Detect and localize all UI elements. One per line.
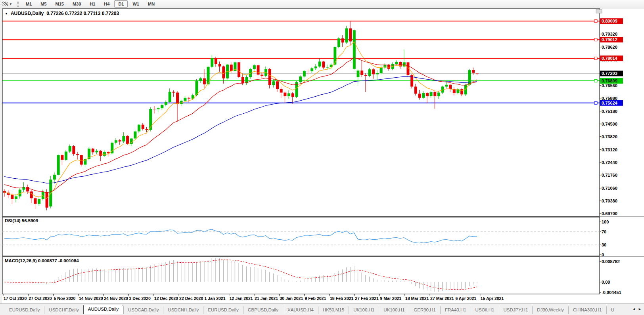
chart-tab-eurusd-daily[interactable]: EURUSD,Daily bbox=[5, 306, 44, 314]
date-tick-label: 18 Feb 2021 bbox=[330, 296, 354, 301]
chart-tab-fra40-h1[interactable]: FRA40,H1 bbox=[440, 306, 471, 314]
toolbar-drag-handle[interactable] bbox=[17, 1, 19, 7]
chart-ohlc-values: 0.77226 0.77232 0.77113 0.77203 bbox=[46, 11, 119, 16]
macd-tick-label: 0.008782 bbox=[602, 259, 620, 264]
chart-tab-ger30-h1[interactable]: GER30,H1 bbox=[409, 306, 440, 314]
macd-tick-label: 0.00 bbox=[602, 280, 610, 284]
date-tick-label: 5 Nov 2020 bbox=[54, 296, 76, 301]
chart-tab-uk100-h1[interactable]: UK100,H1 bbox=[349, 306, 379, 314]
timeframe-button-d1[interactable]: D1 bbox=[114, 0, 128, 8]
date-tick-label: 21 Jan 2021 bbox=[255, 296, 278, 301]
timeframe-button-m5[interactable]: M5 bbox=[36, 0, 50, 8]
date-tick-label: 30 Jan 2021 bbox=[280, 296, 303, 301]
date-tick-label: 24 Nov 2020 bbox=[104, 296, 128, 301]
date-tick-label: 12 Dec 2020 bbox=[154, 296, 178, 301]
chart-tab-usdjpy-h1[interactable]: USDJPY,H1 bbox=[499, 306, 533, 314]
date-tick-label: 3 Dec 2020 bbox=[129, 296, 151, 301]
price-tick-label: 0.79320 bbox=[602, 32, 617, 36]
timeframe-toolbar: ▼ M1M5M15M30H1H4D1W1MN bbox=[0, 0, 644, 8]
price-tick-label: 0.73820 bbox=[602, 134, 617, 139]
rsi-tick-label: 100 bbox=[602, 220, 609, 224]
chart-tab-bar: EURUSD,DailyUSDCHF,DailyAUDUSD,DailyUSDC… bbox=[0, 304, 644, 314]
price-level-badge-label: 0.76809 bbox=[602, 78, 617, 83]
price-tick-label: 0.71060 bbox=[602, 186, 617, 191]
date-tick-label: 27 Feb 2021 bbox=[355, 296, 379, 301]
current-price-badge-label: 0.77203 bbox=[602, 71, 617, 76]
price-level-badge-label: 0.75624 bbox=[602, 101, 618, 105]
price-tick-label: 0.75880 bbox=[602, 96, 617, 101]
price-tick-label: 0.70380 bbox=[602, 199, 617, 203]
line-tool-icon[interactable] bbox=[2, 1, 8, 7]
timeframe-button-m15[interactable]: M15 bbox=[51, 0, 67, 8]
rsi-tick-label: 30 bbox=[602, 242, 606, 247]
level-line-anchor-3[interactable] bbox=[594, 79, 597, 82]
timeframe-button-m1[interactable]: M1 bbox=[22, 0, 36, 8]
tab-scroll-left-icon[interactable]: ◄ bbox=[632, 307, 636, 311]
date-tick-label: 27 Oct 2020 bbox=[29, 296, 52, 301]
tab-scroll-right-icon[interactable]: ► bbox=[638, 307, 642, 311]
macd-tick-label: -0.004451 bbox=[602, 290, 621, 295]
price-tick-label: 0.74500 bbox=[602, 122, 617, 126]
title-collapse-icon[interactable]: ▼ bbox=[5, 12, 8, 15]
date-tick-label: 12 Jan 2021 bbox=[230, 296, 253, 301]
price-level-badge-label: 0.80009 bbox=[602, 19, 617, 23]
chart-symbol-label: AUDUSD,Daily bbox=[11, 11, 44, 16]
chart-tab-usdcnh-daily[interactable]: USDCNH,Daily bbox=[163, 306, 203, 314]
date-tick-label: 14 Nov 2020 bbox=[79, 296, 103, 301]
date-tick-label: 9 Mar 2021 bbox=[380, 296, 402, 301]
price-tick-label: 0.71760 bbox=[602, 173, 617, 178]
chart-tab-dj30-weekly[interactable]: DJ30,Weekly bbox=[532, 306, 568, 314]
chart-tab-audusd-daily[interactable]: AUDUSD,Daily bbox=[83, 305, 123, 314]
chart-tab-usdchf-daily[interactable]: USDCHF,Daily bbox=[44, 306, 83, 314]
rsi-tick-label: 0 bbox=[602, 252, 604, 257]
rsi-indicator-label: RSI(14) 56.5909 bbox=[5, 218, 38, 223]
price-tick-label: 0.72440 bbox=[602, 160, 617, 165]
date-tick-label: 9 Feb 2021 bbox=[305, 296, 326, 301]
level-line-anchor-2[interactable] bbox=[594, 57, 597, 60]
chart-tab-xauusd-h4[interactable]: XAUUSD,H4 bbox=[283, 306, 318, 314]
date-tick-label: 1 Jan 2021 bbox=[204, 296, 225, 301]
chart-tab-china300-h1[interactable]: CHINA300,H1 bbox=[568, 306, 606, 314]
price-tick-label: 0.69700 bbox=[602, 211, 617, 216]
level-line-anchor-1[interactable] bbox=[594, 38, 597, 41]
chart-tab-u[interactable]: U bbox=[606, 306, 619, 314]
chart-corner-button[interactable] bbox=[596, 10, 602, 13]
mt4-window: ▼ M1M5M15M30H1H4D1W1MN 0.793200.786200.7… bbox=[0, 0, 644, 315]
macd-indicator-label: MACD(12,26,9) 0.000877 -0.001084 bbox=[5, 258, 79, 263]
price-tick-label: 0.76560 bbox=[602, 83, 617, 88]
chart-background bbox=[2, 9, 644, 304]
price-tick-label: 0.75180 bbox=[602, 109, 617, 114]
chart-tab-gbpusd-daily[interactable]: GBPUSD,Daily bbox=[243, 306, 283, 314]
chart-tab-uk100-h1[interactable]: UK100,H1 bbox=[379, 306, 409, 314]
timeframe-button-h4[interactable]: H4 bbox=[100, 0, 113, 8]
rsi-tick-label: 70 bbox=[602, 229, 606, 234]
chart-tab-hk50-m15[interactable]: HK50,M15 bbox=[318, 306, 349, 314]
date-tick-label: 15 Apr 2021 bbox=[481, 296, 504, 301]
level-line-anchor-4[interactable] bbox=[594, 101, 597, 104]
price-tick-label: 0.73120 bbox=[602, 147, 617, 152]
date-tick-label: 17 Oct 2020 bbox=[4, 296, 27, 301]
timeframe-button-mn[interactable]: MN bbox=[144, 0, 159, 8]
price-tick-label: 0.78620 bbox=[602, 45, 617, 50]
tool-dropdown-icon[interactable]: ▼ bbox=[9, 2, 12, 6]
price-level-badge-label: 0.78014 bbox=[602, 56, 618, 61]
timeframe-button-h1[interactable]: H1 bbox=[86, 0, 99, 8]
timeframe-button-w1[interactable]: W1 bbox=[128, 0, 143, 8]
chart-title: ▼ AUDUSD,Daily 0.77226 0.77232 0.77113 0… bbox=[5, 11, 119, 16]
level-line-anchor-0[interactable] bbox=[594, 20, 597, 23]
date-tick-label: 6 Apr 2021 bbox=[455, 296, 476, 301]
date-tick-label: 27 Mar 2021 bbox=[430, 296, 454, 301]
timeframe-button-m30[interactable]: M30 bbox=[69, 0, 85, 8]
tab-scroll-arrows: ◄ ► bbox=[629, 304, 644, 314]
date-tick-label: 18 Mar 2021 bbox=[405, 296, 429, 301]
chart-tab-eurusd-daily[interactable]: EURUSD,Daily bbox=[203, 306, 243, 314]
chart-tab-usoil-h1[interactable]: USOil,H1 bbox=[471, 306, 499, 314]
chart-tab-usdcad-daily[interactable]: USDCAD,Daily bbox=[123, 306, 163, 314]
price-level-badge-label: 0.79012 bbox=[602, 37, 617, 42]
date-tick-label: 22 Dec 2020 bbox=[179, 296, 203, 301]
chart-canvas: 0.793200.786200.779400.765600.758800.751… bbox=[0, 0, 644, 304]
